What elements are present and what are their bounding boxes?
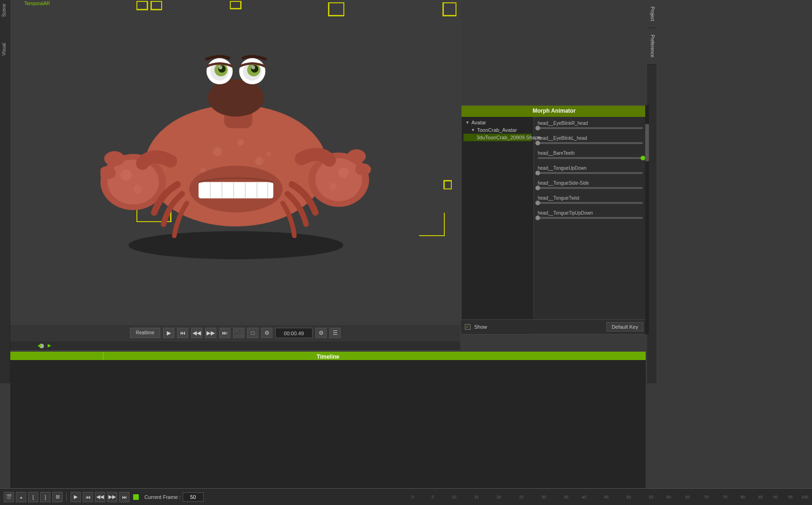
- morph-tree: ▼ Avatar ▼ ToonCrab_Avatar 3duToonCrab_2…: [462, 117, 534, 334]
- slider-thumb-3[interactable]: [535, 171, 540, 175]
- camera-marker-br1: [443, 180, 452, 189]
- ruler-label-55b: 55: [649, 495, 654, 499]
- slider-row-1: head__EyeBlinkL_head: [538, 136, 643, 144]
- slider-thumb-6[interactable]: [535, 216, 540, 220]
- tl-skipfwd-btn[interactable]: ⏭: [119, 492, 129, 502]
- svg-point-6: [266, 152, 271, 156]
- crab-character: [100, 44, 371, 269]
- svg-point-40: [355, 163, 371, 175]
- frame-marker-in: [133, 494, 139, 500]
- show-checkbox[interactable]: ✓: [465, 324, 470, 330]
- ruler-label-20b: 20: [497, 495, 501, 499]
- slider-thumb-4[interactable]: [535, 186, 540, 190]
- camera-marker-tl1: [136, 1, 148, 10]
- slider-row-3: head__TongueUpDown: [538, 166, 643, 174]
- ruler-label-80b: 80: [741, 495, 745, 499]
- svg-point-30: [107, 159, 159, 204]
- slider-track-5[interactable]: [538, 202, 643, 204]
- sidebar-tab-visual[interactable]: Visual: [0, 39, 10, 59]
- project-tab[interactable]: Project: [647, 0, 656, 28]
- slider-row-4: head__TongueSide-Side: [538, 180, 643, 189]
- tl-in-btn[interactable]: [: [28, 492, 38, 502]
- camera-marker-tr1: [150, 1, 162, 10]
- tree-item-avatar[interactable]: ▼ Avatar: [463, 119, 532, 126]
- next-key-button[interactable]: ⏭: [219, 328, 230, 338]
- preference-tab[interactable]: Preference: [647, 28, 656, 65]
- realtime-button[interactable]: Realtime: [130, 328, 160, 338]
- tree-arrow-avatar: ▼: [465, 120, 470, 125]
- camera-marker-tr2: [328, 2, 344, 16]
- settings-button[interactable]: ⚙: [315, 328, 327, 338]
- tl-out-btn[interactable]: ]: [40, 492, 50, 502]
- ruler-label-85b: 85: [758, 495, 763, 499]
- ruler-label-35b: 35: [564, 495, 569, 499]
- ghost-button[interactable]: □: [247, 328, 258, 338]
- morph-panel: Morph Animator ▼ Avatar ▼ ToonCrab_Avata…: [461, 105, 647, 334]
- forward-button[interactable]: ▶▶: [205, 328, 216, 338]
- tl-skipback-btn[interactable]: ⏮: [83, 492, 93, 502]
- ruler-label-90b: 90: [773, 495, 778, 499]
- scrubber-track[interactable]: ◀ ▶: [10, 341, 460, 350]
- frame-input[interactable]: [183, 492, 204, 502]
- slider-track-3[interactable]: [538, 172, 643, 174]
- prev-key-button[interactable]: ⏮: [177, 328, 188, 338]
- svg-point-31: [121, 169, 132, 180]
- current-frame-label: Current Frame :: [144, 494, 181, 500]
- svg-point-37: [338, 167, 349, 178]
- slider-thumb-1[interactable]: [535, 141, 540, 145]
- right-play-arrow: ▶: [48, 343, 51, 348]
- slider-row-0: head__EyeBlinkR_head: [538, 121, 643, 129]
- slider-label-4: head__TongueSide-Side: [538, 180, 643, 186]
- timeline-controls: 🎬 ⬥ [ ] ⊞ ▶ ⏮ ◀◀ ▶▶ ⏭ Current Frame : 0 …: [0, 488, 812, 505]
- ruler-label-75b: 75: [723, 495, 727, 499]
- play-button[interactable]: ▶: [163, 328, 174, 338]
- ruler-label-95b: 95: [788, 495, 793, 499]
- record-button[interactable]: ⬛: [233, 328, 244, 338]
- svg-point-2: [213, 147, 222, 156]
- ruler-label-70b: 70: [704, 495, 709, 499]
- tl-layout-btn[interactable]: ⊞: [52, 492, 63, 502]
- scrubber-area[interactable]: ◀ ▶: [10, 341, 460, 351]
- tl-play-btn[interactable]: ▶: [71, 492, 81, 502]
- svg-point-32: [134, 185, 142, 193]
- camera-marker-tr3: [442, 2, 456, 16]
- svg-point-3: [237, 139, 244, 145]
- slider-track-1[interactable]: [538, 142, 643, 144]
- slider-thumb-0[interactable]: [535, 126, 540, 130]
- morph-scrollbar[interactable]: [645, 105, 649, 334]
- options-button[interactable]: ⚙: [261, 328, 272, 338]
- tl-film-btn[interactable]: 🎬: [4, 492, 14, 502]
- tree-label-avatar: Avatar: [471, 120, 486, 125]
- tl-fwd-btn[interactable]: ▶▶: [107, 492, 117, 502]
- svg-point-4: [255, 157, 264, 165]
- list-button[interactable]: ☰: [329, 328, 341, 338]
- tree-item-tooncrab[interactable]: ▼ ToonCrab_Avatar: [463, 126, 532, 134]
- slider-thumb-5[interactable]: [535, 201, 540, 205]
- slider-track-0[interactable]: [538, 127, 643, 129]
- ruler-label-15b: 15: [474, 495, 479, 499]
- ruler-label-5b: 5: [432, 495, 434, 499]
- slider-track-4[interactable]: [538, 187, 643, 189]
- svg-point-38: [329, 183, 337, 190]
- ruler-label-40b: 40: [582, 495, 586, 499]
- sidebar-tab-scene[interactable]: Scene: [0, 0, 10, 21]
- ruler-label-25b: 25: [519, 495, 524, 499]
- slider-track-6[interactable]: [538, 217, 643, 219]
- tree-item-shape[interactable]: 3duToonCrab_20809.Shape: [463, 134, 532, 141]
- default-key-button[interactable]: Default Key: [606, 322, 643, 332]
- morph-scrollbar-thumb[interactable]: [645, 124, 649, 161]
- ruler-label-30b: 30: [541, 495, 546, 499]
- playback-bar: Realtime ▶ ⏮ ◀◀ ▶▶ ⏭ ⬛ □ ⚙ 00:00.49 ⚙ ☰: [10, 324, 460, 341]
- svg-point-36: [315, 158, 362, 201]
- camera-marker-br2: [419, 213, 445, 236]
- slider-track-2[interactable]: [538, 157, 643, 159]
- tl-key-btn[interactable]: ⬥: [16, 492, 26, 502]
- rewind-button[interactable]: ◀◀: [191, 328, 202, 338]
- left-sidebar: Scene Visual: [0, 0, 10, 383]
- ruler-label-10b: 10: [452, 495, 456, 499]
- ruler-label-45b: 45: [604, 495, 609, 499]
- slider-thumb-2[interactable]: [641, 156, 645, 160]
- morph-sliders: head__EyeBlinkR_head head__EyeBlinkL_hea…: [534, 117, 647, 334]
- tree-label-tooncrab: ToonCrab_Avatar: [477, 127, 517, 133]
- tl-rewind-btn[interactable]: ◀◀: [95, 492, 105, 502]
